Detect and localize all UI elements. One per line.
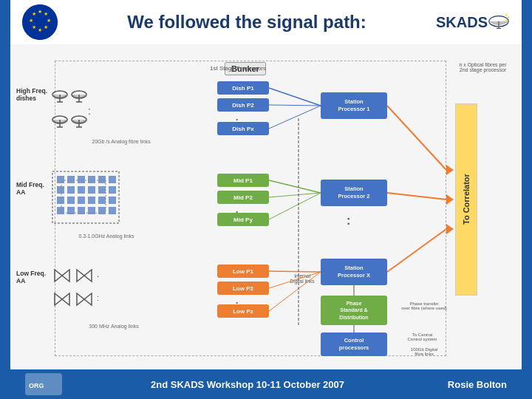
- mid-p2-box: Mid P2: [217, 191, 269, 204]
- svg-marker-59: [55, 293, 62, 305]
- svg-rect-52: [109, 207, 116, 214]
- svg-rect-39: [98, 186, 106, 194]
- svg-rect-43: [78, 197, 85, 204]
- svg-rect-46: [109, 197, 116, 204]
- svg-rect-31: [78, 176, 85, 183]
- correlator-label: To Correlator: [455, 103, 477, 296]
- svg-rect-35: [57, 186, 64, 194]
- svg-rect-32: [88, 176, 95, 183]
- high-freq-dishes-icon: :: [51, 81, 117, 133]
- footer: ORG 2nd SKADS Workshop 10-11 October 200…: [10, 369, 522, 399]
- svg-text::: :: [97, 294, 99, 302]
- svg-text:★: ★: [38, 9, 42, 14]
- svg-marker-81: [446, 224, 454, 234]
- svg-marker-62: [84, 293, 92, 305]
- svg-text:★: ★: [29, 18, 33, 23]
- svg-marker-61: [77, 293, 84, 305]
- footer-logo-icon: ORG: [25, 373, 62, 395]
- footer-workshop-text: 2nd SKADS Workshop 10-11 October 2007: [62, 379, 433, 390]
- svg-text:★: ★: [38, 27, 42, 33]
- station-processor-1-box: StationProcessor 1: [321, 92, 387, 119]
- station-dots: :: [347, 214, 350, 228]
- phase-transfer-label: Phase transferover fibre (where used): [395, 301, 454, 310]
- svg-rect-29: [57, 176, 64, 183]
- svg-text:ORG: ORG: [29, 382, 44, 389]
- footer-presenter-name: Rosie Bolton: [433, 379, 507, 390]
- svg-rect-45: [98, 197, 106, 204]
- svg-marker-56: [77, 270, 84, 282]
- svg-marker-80: [446, 194, 454, 205]
- low-p2-box: Low P2: [217, 282, 269, 295]
- control-system-label: To CentralControl system: [395, 332, 450, 341]
- svg-text:★: ★: [32, 24, 36, 30]
- station-processor-x-box: StationProcessor X: [321, 259, 387, 285]
- svg-rect-34: [109, 176, 116, 183]
- svg-text:★: ★: [44, 24, 48, 30]
- svg-rect-30: [67, 176, 75, 183]
- svg-marker-79: [446, 165, 454, 175]
- svg-marker-57: [84, 270, 92, 282]
- low-freq-array-icon: . :: [51, 262, 125, 314]
- svg-rect-36: [67, 186, 75, 194]
- low-freq-link-label: 300 MHz Analog links: [62, 324, 166, 329]
- eu-logo: ★ ★ ★ ★ ★ ★ ★ ★: [22, 4, 58, 40]
- svg-text:.: .: [97, 269, 99, 279]
- phase-standard-box: PhaseStandard &Distribution: [321, 296, 387, 325]
- section-label-high-freq: High Freq.dishes: [16, 87, 47, 102]
- 100gb-label: 100Gb Digitalfibre links: [395, 347, 454, 356]
- control-processors-box: Controlprocessors: [321, 332, 387, 356]
- svg-rect-41: [57, 197, 64, 204]
- optical-label: n x Optical fibres per 2nd stage process…: [459, 62, 507, 72]
- svg-marker-55: [62, 270, 69, 282]
- svg-text:★: ★: [44, 11, 48, 16]
- svg-rect-42: [67, 197, 75, 204]
- svg-text::: :: [88, 105, 91, 117]
- svg-text:★: ★: [47, 18, 51, 23]
- skads-logo: SKADS ★ ★ ★: [436, 6, 510, 38]
- station-processor-2-box: StationProcessor 2: [321, 180, 387, 206]
- diagram-inner: Bunker n x Optical fibres per 2nd stage …: [10, 44, 522, 369]
- svg-rect-33: [98, 176, 106, 183]
- high-freq-link-label: 20Gb /s Analog fibre links: [77, 139, 166, 144]
- section-label-mid-freq: Mid Freq.AA: [16, 181, 44, 196]
- mid-p1-box: Mid P1: [217, 174, 269, 187]
- svg-text:★: ★: [32, 11, 36, 16]
- dish-dots: .: [236, 112, 238, 123]
- svg-marker-60: [62, 293, 69, 305]
- svg-rect-40: [109, 186, 116, 194]
- svg-rect-48: [67, 207, 75, 214]
- dish-px-box: Dish Px: [217, 122, 269, 135]
- dish-p2-box: Dish P2: [217, 98, 269, 112]
- svg-rect-37: [78, 186, 85, 194]
- low-p1-box: Low P1: [217, 265, 269, 278]
- svg-rect-50: [88, 207, 95, 214]
- dish-p1-box: Dish P1: [217, 81, 269, 95]
- header: ★ ★ ★ ★ ★ ★ ★ ★ We followed the signal p…: [10, 0, 522, 44]
- skads-dish-icon: ★ ★ ★: [488, 6, 510, 38]
- page-title: We followed the signal path:: [58, 12, 436, 33]
- stage1-label: 1st Stage Processors: [210, 65, 266, 72]
- svg-rect-44: [88, 197, 95, 204]
- section-label-low-freq: Low Freq.AA: [16, 270, 46, 284]
- mid-freq-array-icon: [51, 170, 125, 229]
- mid-py-box: Mid Py: [217, 213, 269, 226]
- internal-digital-links-label: InternalDigital links: [284, 273, 321, 284]
- right-bar: [522, 0, 532, 399]
- svg-rect-38: [88, 186, 95, 194]
- mid-freq-link-label: 0.3-1.0GHz Analog links: [55, 233, 158, 239]
- low-pz-box: Low Pz: [217, 304, 269, 318]
- svg-marker-54: [55, 270, 62, 282]
- left-bar: [0, 0, 10, 399]
- diagram-area: Bunker n x Optical fibres per 2nd stage …: [10, 44, 522, 369]
